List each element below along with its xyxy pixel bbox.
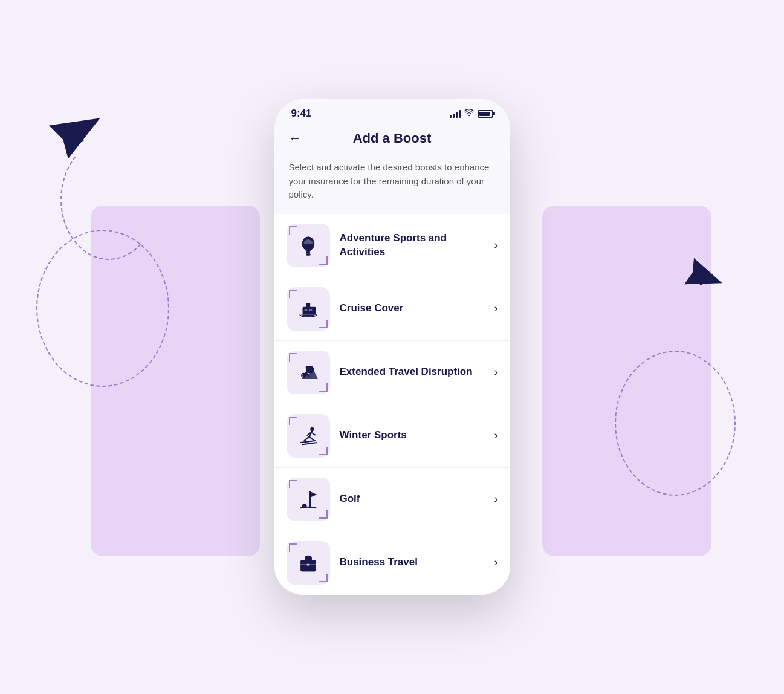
cruise-cover-icon-box — [287, 287, 330, 331]
dashed-circle-right — [615, 351, 736, 496]
extended-travel-chevron: › — [494, 366, 498, 378]
svg-line-30 — [302, 443, 317, 444]
svg-rect-11 — [306, 303, 309, 308]
cruise-ship-icon — [297, 297, 320, 320]
svg-line-27 — [312, 433, 315, 435]
svg-rect-13 — [309, 309, 312, 311]
battery-icon — [478, 110, 493, 118]
page-title: Add a Boost — [353, 131, 432, 146]
phone-mockup: 9:41 ← Add a Boost — [274, 99, 510, 595]
wifi-icon — [464, 109, 474, 118]
svg-rect-12 — [304, 309, 307, 311]
travel-disruption-icon: ! — [297, 361, 320, 384]
winter-sports-chevron: › — [494, 429, 498, 442]
adventure-sports-icon-box — [287, 224, 330, 267]
winter-sports-label: Winter Sports — [340, 429, 485, 442]
golf-label: Golf — [340, 492, 485, 505]
boost-list: Adventure Sports and Activities › Cruise… — [274, 214, 510, 595]
boost-item-winter-sports[interactable]: Winter Sports › — [274, 404, 510, 468]
golf-icon-box — [287, 478, 330, 521]
svg-line-9 — [309, 250, 310, 253]
svg-line-29 — [300, 440, 315, 442]
winter-sports-icon-box — [287, 414, 330, 458]
status-time: 9:41 — [291, 108, 312, 120]
skiing-icon — [297, 424, 320, 447]
boost-item-golf[interactable]: Golf › — [274, 468, 510, 531]
golf-icon — [297, 488, 320, 511]
svg-rect-36 — [305, 557, 311, 560]
business-travel-icon-box — [287, 541, 330, 585]
page-header: ← Add a Boost — [274, 125, 510, 156]
boost-item-cruise-cover[interactable]: Cruise Cover › — [274, 277, 510, 341]
status-bar: 9:41 — [274, 99, 510, 125]
svg-line-8 — [305, 250, 306, 253]
adventure-sports-label: Adventure Sports and Activities — [340, 232, 485, 258]
boost-item-adventure-sports[interactable]: Adventure Sports and Activities › — [274, 214, 510, 277]
back-button[interactable]: ← — [289, 131, 302, 146]
svg-line-25 — [304, 436, 309, 440]
golf-chevron: › — [494, 493, 498, 505]
signal-bars-icon — [450, 109, 461, 118]
svg-line-26 — [309, 436, 313, 439]
status-icons — [450, 109, 493, 118]
svg-marker-0 — [50, 103, 108, 157]
svg-text:!: ! — [301, 373, 302, 377]
svg-rect-7 — [306, 253, 310, 256]
extended-travel-label: Extended Travel Disruption — [340, 365, 485, 378]
extended-travel-icon-box: ! — [287, 351, 330, 394]
page-description: Select and activate the desired boosts t… — [274, 156, 510, 214]
cruise-cover-label: Cruise Cover — [340, 302, 485, 315]
svg-marker-3 — [684, 258, 727, 297]
boost-item-extended-travel[interactable]: ! Extended Travel Disruption › — [274, 341, 510, 404]
svg-rect-38 — [306, 563, 309, 565]
hot-air-balloon-icon — [297, 234, 320, 257]
adventure-sports-chevron: › — [494, 239, 498, 251]
business-travel-chevron: › — [494, 556, 498, 569]
briefcase-icon — [297, 551, 320, 574]
svg-marker-32 — [310, 491, 317, 498]
business-travel-label: Business Travel — [340, 556, 485, 569]
boost-item-business-travel[interactable]: Business Travel › — [274, 531, 510, 594]
cruise-cover-chevron: › — [494, 302, 498, 315]
